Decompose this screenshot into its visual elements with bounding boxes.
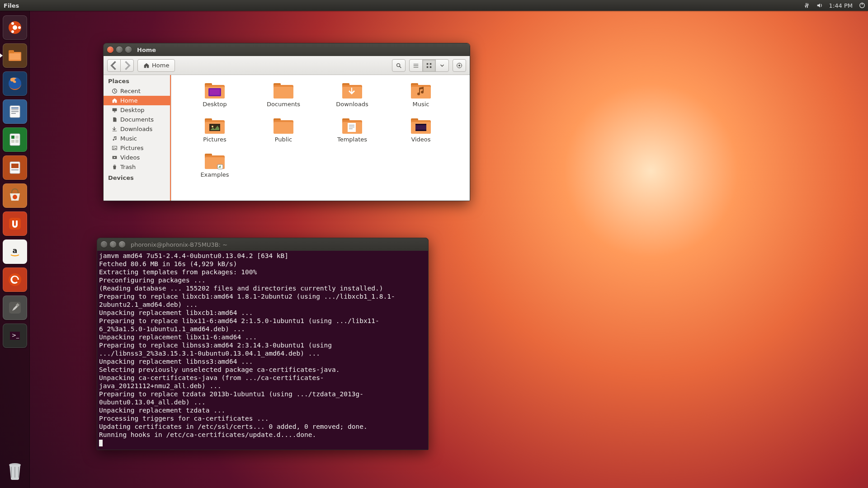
place-label: Trash xyxy=(120,164,136,170)
svg-rect-54 xyxy=(274,87,293,99)
files-toolbar: Home xyxy=(104,56,470,75)
place-label: Desktop xyxy=(120,107,145,113)
svg-point-6 xyxy=(11,30,14,33)
place-music[interactable]: Music xyxy=(104,134,171,143)
launcher-settings-icon[interactable] xyxy=(3,296,27,320)
svg-point-45 xyxy=(113,147,114,148)
place-recent[interactable]: Recent xyxy=(104,86,171,96)
launcher-trash-icon[interactable] xyxy=(3,459,27,483)
svg-point-40 xyxy=(458,64,460,66)
place-trash[interactable]: Trash xyxy=(104,162,171,172)
terminal-maximize-button[interactable] xyxy=(119,241,125,248)
place-documents[interactable]: Documents xyxy=(104,115,171,124)
folder-templates[interactable]: Templates xyxy=(318,117,387,152)
terminal-minimize-button[interactable] xyxy=(110,241,116,248)
place-pictures[interactable]: Pictures xyxy=(104,143,171,153)
place-label: Pictures xyxy=(120,145,143,151)
svg-rect-19 xyxy=(11,140,14,143)
view-list-button[interactable] xyxy=(409,59,423,72)
place-videos[interactable]: Videos xyxy=(104,153,171,162)
files-maximize-button[interactable] xyxy=(125,47,132,53)
clock-indicator[interactable]: 1:44 PM xyxy=(829,2,853,9)
launcher-amazon-icon[interactable]: a xyxy=(3,239,27,264)
path-segment-home[interactable]: Home xyxy=(137,59,175,72)
place-home[interactable]: Home xyxy=(104,96,171,105)
place-label: Documents xyxy=(120,116,154,123)
place-label: Videos xyxy=(120,154,140,161)
folder-videos[interactable]: Videos xyxy=(387,117,455,152)
svg-point-3 xyxy=(13,25,17,30)
folder-examples[interactable]: Examples xyxy=(180,152,249,187)
folder-downloads[interactable]: Downloads xyxy=(318,81,387,117)
nav-back-button[interactable] xyxy=(107,59,121,72)
terminal-window: phoronix@phoronix-B75MU3B: ~ jamvm amd64… xyxy=(97,238,429,450)
svg-rect-15 xyxy=(11,113,16,114)
launcher-software-center-icon[interactable] xyxy=(3,183,27,208)
launcher-dash-icon[interactable] xyxy=(3,15,27,40)
top-panel: Files 1:44 PM xyxy=(0,0,868,11)
svg-rect-18 xyxy=(15,136,19,139)
launcher-terminal-icon[interactable]: >_ xyxy=(3,324,27,348)
svg-rect-80 xyxy=(415,124,426,125)
view-mode-group xyxy=(409,59,449,72)
sound-indicator[interactable] xyxy=(816,2,823,9)
svg-point-65 xyxy=(212,126,213,127)
folder-label: Templates xyxy=(337,136,367,143)
files-titlebar[interactable]: Home xyxy=(104,43,470,56)
svg-rect-17 xyxy=(11,136,14,139)
terminal-window-title: phoronix@phoronix-B75MU3B: ~ xyxy=(131,241,227,248)
panel-app-menu[interactable]: Files xyxy=(4,2,19,9)
folder-public[interactable]: Public xyxy=(249,117,318,152)
svg-rect-8 xyxy=(9,50,14,54)
places-heading: Places xyxy=(104,75,171,86)
folder-label: Videos xyxy=(411,136,430,143)
launcher-files-icon[interactable] xyxy=(3,43,27,68)
svg-rect-9 xyxy=(9,53,20,60)
launcher-impress-icon[interactable] xyxy=(3,155,27,180)
place-label: Downloads xyxy=(120,126,152,132)
path-bar: Home xyxy=(137,59,175,72)
folder-label: Documents xyxy=(267,101,300,108)
folder-label: Pictures xyxy=(203,136,226,143)
search-button[interactable] xyxy=(392,59,406,72)
svg-rect-38 xyxy=(427,66,429,68)
launcher-ubuntu-one-icon[interactable] xyxy=(3,211,27,236)
svg-rect-43 xyxy=(114,112,115,113)
launcher-update-manager-icon[interactable] xyxy=(3,267,27,292)
nav-forward-button[interactable] xyxy=(120,59,134,72)
svg-point-4 xyxy=(18,26,21,29)
svg-rect-39 xyxy=(430,66,432,68)
launcher-writer-icon[interactable] xyxy=(3,99,27,124)
folder-documents[interactable]: Documents xyxy=(249,81,318,117)
folder-desktop[interactable]: Desktop xyxy=(180,81,249,117)
place-label: Music xyxy=(120,135,137,142)
place-downloads[interactable]: Downloads xyxy=(104,124,171,134)
folder-label: Examples xyxy=(200,171,229,178)
svg-rect-1 xyxy=(862,3,862,5)
svg-point-28 xyxy=(9,273,21,286)
place-desktop[interactable]: Desktop xyxy=(104,105,171,115)
view-options-button[interactable] xyxy=(435,59,449,72)
network-indicator[interactable] xyxy=(804,2,810,9)
terminal-close-button[interactable] xyxy=(101,241,107,248)
folder-pictures[interactable]: Pictures xyxy=(180,117,249,152)
svg-rect-73 xyxy=(349,125,354,126)
gear-button[interactable] xyxy=(453,59,466,72)
folder-music[interactable]: Music xyxy=(387,81,455,117)
launcher-calc-icon[interactable] xyxy=(3,127,27,152)
terminal-titlebar[interactable]: phoronix@phoronix-B75MU3B: ~ xyxy=(97,238,428,251)
launcher-firefox-icon[interactable] xyxy=(3,71,27,96)
svg-rect-42 xyxy=(113,108,117,111)
svg-rect-14 xyxy=(11,111,19,112)
folder-label: Public xyxy=(275,136,292,143)
view-grid-button[interactable] xyxy=(422,59,436,72)
files-window: Home Home Places RecentHomeDesktopDocume… xyxy=(103,43,470,201)
folder-label: Music xyxy=(413,101,429,108)
places-sidebar: Places RecentHomeDesktopDocumentsDownloa… xyxy=(104,75,171,201)
files-minimize-button[interactable] xyxy=(116,47,123,53)
terminal-output[interactable]: jamvm amd64 7u51-2.4.4-0ubuntu0.13.04.2 … xyxy=(97,251,428,450)
session-indicator[interactable] xyxy=(859,2,865,9)
devices-heading: Devices xyxy=(104,172,171,183)
svg-rect-20 xyxy=(15,140,19,143)
files-close-button[interactable] xyxy=(107,47,113,53)
